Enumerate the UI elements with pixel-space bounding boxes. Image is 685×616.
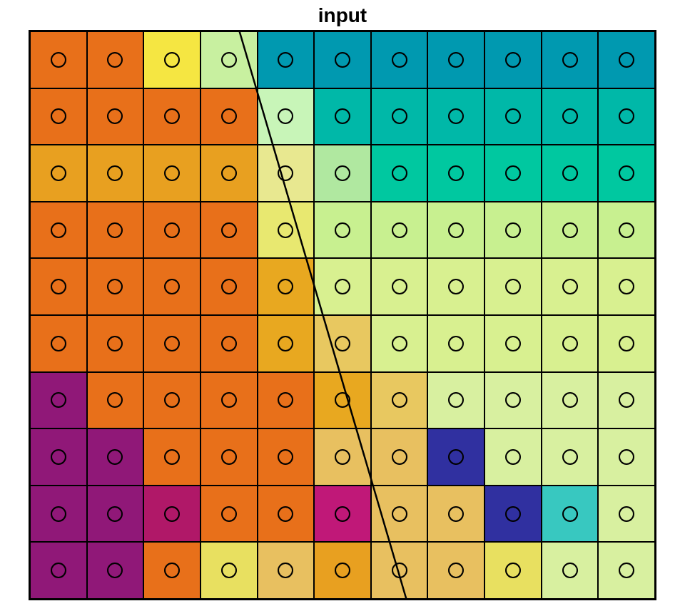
cell-circle — [107, 506, 123, 522]
cell-circle — [448, 392, 464, 408]
grid-cell — [427, 486, 484, 543]
grid-cell — [484, 145, 542, 202]
grid-cell — [484, 428, 542, 486]
cell-circle — [392, 165, 407, 181]
grid-cell — [542, 315, 599, 372]
cell-circle — [107, 563, 123, 578]
cell-circle — [164, 222, 180, 238]
grid-cell — [484, 486, 542, 543]
cell-circle — [562, 392, 578, 408]
cell-circle — [335, 392, 350, 408]
cell-circle — [619, 392, 634, 408]
grid-cell — [87, 486, 144, 543]
cell-circle — [448, 165, 464, 181]
grid-cell — [201, 145, 258, 202]
grid-cell — [258, 372, 315, 429]
grid-cell — [201, 202, 258, 259]
cell-circle — [278, 449, 293, 465]
cell-circle — [505, 563, 521, 578]
grid-cell — [314, 315, 371, 372]
grid-cell — [427, 258, 484, 315]
grid-cell — [542, 486, 599, 543]
grid-cell — [143, 372, 201, 429]
cell-circle — [164, 108, 180, 124]
cell-circle — [221, 108, 237, 124]
grid-cell — [87, 31, 144, 88]
title: input — [318, 4, 367, 27]
cell-circle — [335, 336, 350, 351]
grid-cell — [30, 145, 87, 202]
cell-circle — [562, 563, 578, 578]
grid-cell — [30, 202, 87, 259]
grid-cell — [542, 428, 599, 486]
cell-circle — [278, 279, 293, 294]
cell-circle — [51, 279, 66, 294]
grid-cell — [427, 542, 484, 599]
cell-circle — [448, 336, 464, 351]
cell-circle — [505, 279, 521, 294]
grid-cell — [371, 486, 428, 543]
grid-cell — [598, 372, 655, 429]
cell-circle — [221, 336, 237, 351]
grid-cell — [30, 315, 87, 372]
cell-circle — [619, 449, 634, 465]
cell-circle — [619, 506, 634, 522]
cell-circle — [221, 506, 237, 522]
cell-circle — [562, 279, 578, 294]
grid-cell — [143, 145, 201, 202]
cell-circle — [107, 108, 123, 124]
grid-cell — [201, 372, 258, 429]
cell-circle — [562, 506, 578, 522]
grid-cell — [258, 88, 315, 145]
cell-circle — [562, 108, 578, 124]
cell-circle — [619, 165, 634, 181]
grid-cell — [598, 258, 655, 315]
cell-circle — [562, 52, 578, 68]
cell-circle — [221, 52, 237, 68]
cell-circle — [392, 52, 407, 68]
cell-circle — [278, 222, 293, 238]
cell-circle — [392, 449, 407, 465]
grid-cell — [87, 372, 144, 429]
cell-circle — [392, 336, 407, 351]
cell-circle — [278, 392, 293, 408]
grid-cell — [143, 202, 201, 259]
grid-cell — [314, 202, 371, 259]
grid-cell — [143, 486, 201, 543]
cell-circle — [335, 449, 350, 465]
cell-circle — [505, 449, 521, 465]
cell-circle — [335, 222, 350, 238]
cell-circle — [505, 108, 521, 124]
cell-circle — [562, 222, 578, 238]
cell-circle — [619, 563, 634, 578]
cell-circle — [619, 222, 634, 238]
grid-container — [29, 30, 656, 600]
grid-cell — [371, 315, 428, 372]
cell-circle — [448, 279, 464, 294]
cell-circle — [221, 449, 237, 465]
grid-cell — [427, 428, 484, 486]
grid-cell — [314, 372, 371, 429]
cell-circle — [335, 506, 350, 522]
cell-circle — [278, 165, 293, 181]
cell-circle — [278, 506, 293, 522]
cell-circle — [278, 336, 293, 351]
cell-circle — [164, 449, 180, 465]
grid-cell — [484, 202, 542, 259]
cell-circle — [164, 279, 180, 294]
grid-cell — [314, 542, 371, 599]
grid-cell — [258, 31, 315, 88]
cell-circle — [335, 165, 350, 181]
cell-circle — [51, 52, 66, 68]
cell-circle — [448, 222, 464, 238]
grid-cell — [542, 258, 599, 315]
grid-cell — [314, 486, 371, 543]
cell-circle — [448, 563, 464, 578]
cell-circle — [107, 279, 123, 294]
grid-cell — [314, 31, 371, 88]
grid-cell — [143, 258, 201, 315]
grid-cell — [427, 372, 484, 429]
grid-cell — [314, 258, 371, 315]
cell-circle — [562, 336, 578, 351]
cell-circle — [505, 52, 521, 68]
